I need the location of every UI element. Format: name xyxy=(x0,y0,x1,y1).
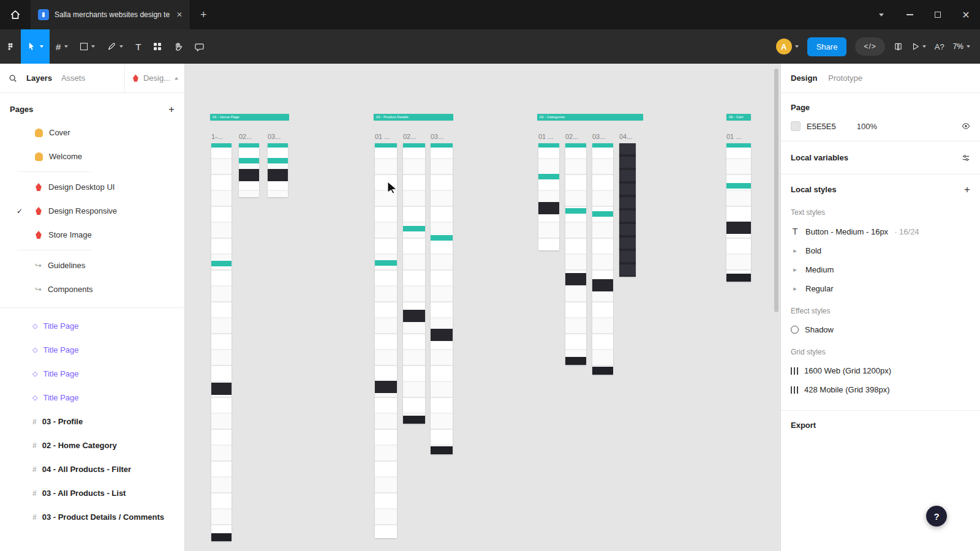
add-page-button[interactable]: + xyxy=(168,104,175,114)
actions-tool[interactable] xyxy=(148,29,167,64)
redirect-arrow-icon: ↪ xyxy=(35,261,42,270)
page-item-store-image[interactable]: Store Image xyxy=(0,223,184,247)
export-section[interactable]: Export xyxy=(781,410,980,440)
home-button[interactable] xyxy=(0,0,31,29)
window-menu-chevron[interactable] xyxy=(867,0,895,29)
frame-label[interactable]: 03... xyxy=(431,132,443,141)
section-title-frame[interactable]: 03 - Product Details xyxy=(374,114,453,121)
frame-label[interactable]: 02... xyxy=(565,132,578,141)
frame-thumbnail[interactable] xyxy=(565,143,586,365)
frame-label[interactable]: 1-... xyxy=(211,132,223,141)
frame-thumbnail[interactable] xyxy=(619,143,636,277)
page-color-opacity[interactable]: 100% xyxy=(857,122,877,131)
frame-label[interactable]: 03... xyxy=(268,132,281,141)
text-style-group-regular[interactable]: ▸ Regular xyxy=(791,284,970,293)
page-label: Design Responsive xyxy=(48,206,117,216)
search-icon[interactable] xyxy=(9,74,17,83)
frame-thumbnail[interactable] xyxy=(726,143,751,282)
layer-item-component[interactable]: ◇ Title Page xyxy=(0,314,184,338)
frame-thumbnail[interactable] xyxy=(538,143,559,250)
layer-label: Title Page xyxy=(43,369,78,378)
frame-thumbnail[interactable] xyxy=(211,143,232,541)
minimize-button[interactable] xyxy=(895,0,924,29)
tab-close-icon[interactable]: ✕ xyxy=(176,10,183,19)
frame-thumbnail[interactable] xyxy=(239,143,259,197)
page-item-components[interactable]: ↪ Components xyxy=(0,277,184,301)
page-color-hex[interactable]: E5E5E5 xyxy=(807,122,836,131)
comment-tool[interactable] xyxy=(189,29,210,64)
shape-tool[interactable] xyxy=(74,29,101,64)
page-item-guidelines[interactable]: ↪ Guidelines xyxy=(0,253,184,277)
frame-tool[interactable]: # xyxy=(50,29,74,64)
hand-emoji-icon xyxy=(35,129,43,137)
layer-item-component[interactable]: ◇ Title Page xyxy=(0,338,184,362)
tab-layers[interactable]: Layers xyxy=(26,73,52,83)
frame-hash-icon: # xyxy=(32,513,37,522)
move-tool[interactable] xyxy=(21,29,50,64)
help-button[interactable]: ? xyxy=(926,506,947,527)
effect-style-item[interactable]: Shadow xyxy=(791,325,970,334)
frame-label[interactable]: 02... xyxy=(403,132,416,141)
frame-label[interactable]: 01 ... xyxy=(726,132,741,141)
share-button[interactable]: Share xyxy=(807,37,847,56)
visibility-toggle[interactable] xyxy=(962,122,970,130)
current-page-tab[interactable]: Desig... xyxy=(124,64,184,92)
layer-item-frame[interactable]: # 03 - Profile xyxy=(0,410,184,433)
layer-item-frame[interactable]: # 03 - Product Details / Comments xyxy=(0,505,184,529)
grid-style-item[interactable]: 1600 Web (Grid 1200px) xyxy=(791,366,970,375)
page-item-cover[interactable]: Cover xyxy=(0,121,184,144)
page-item-design-responsive[interactable]: ✓ Design Responsive xyxy=(0,199,184,223)
dev-mode-toggle[interactable]: </> xyxy=(855,37,884,56)
pen-tool[interactable] xyxy=(101,29,129,64)
frame-thumbnail[interactable] xyxy=(268,143,288,197)
tab-design[interactable]: Design xyxy=(791,73,817,83)
page-label: Welcome xyxy=(49,152,82,161)
frame-thumbnail[interactable] xyxy=(403,143,425,424)
page-item-welcome[interactable]: Welcome xyxy=(0,144,184,168)
section-title-frame[interactable]: 01 - Home Page xyxy=(210,114,289,121)
section-title-frame[interactable]: 06 - Cart xyxy=(726,114,751,121)
canvas-scrollbar[interactable] xyxy=(774,69,778,312)
frame-thumbnail[interactable] xyxy=(431,143,453,454)
local-variables-section[interactable]: Local variables xyxy=(781,141,980,174)
main-menu-button[interactable] xyxy=(0,29,21,64)
right-sidebar-tabs: Design Prototype xyxy=(781,64,980,93)
hand-tool[interactable] xyxy=(167,29,189,64)
text-style-group-bold[interactable]: ▸ Bold xyxy=(791,246,970,255)
tab-assets[interactable]: Assets xyxy=(61,73,85,83)
page-label: Components xyxy=(48,285,93,294)
zoom-menu[interactable]: 7% xyxy=(953,42,970,51)
frame-thumbnail[interactable] xyxy=(375,143,397,538)
library-button[interactable] xyxy=(894,42,903,51)
canvas[interactable]: 01 - Home Page 1-... 02... 03... 03 - Pr… xyxy=(185,64,780,551)
add-style-button[interactable]: + xyxy=(964,184,970,195)
tab-prototype[interactable]: Prototype xyxy=(828,73,862,83)
new-tab-button[interactable]: + xyxy=(190,0,216,29)
grid-style-item[interactable]: 428 Mobile (Grid 398px) xyxy=(791,385,970,394)
page-color-swatch[interactable] xyxy=(791,121,801,131)
frame-label[interactable]: 04... xyxy=(619,132,632,141)
layer-item-component[interactable]: ◇ Title Page xyxy=(0,386,184,410)
frame-label[interactable]: 03... xyxy=(592,132,605,141)
present-button[interactable] xyxy=(911,42,926,51)
document-tab[interactable]: Salla merchants websites design te ✕ xyxy=(31,0,190,29)
close-button[interactable]: ✕ xyxy=(952,0,980,29)
frame-label[interactable]: 01 ... xyxy=(375,132,390,141)
layer-item-frame[interactable]: # 02 - Home Category xyxy=(0,433,184,457)
text-style-item[interactable]: T Button - Medium - 16px · 16/24 xyxy=(791,227,970,236)
frame-label[interactable]: 01 ... xyxy=(538,132,553,141)
avatar[interactable]: A xyxy=(776,39,792,54)
account-menu[interactable]: A xyxy=(776,39,799,54)
page-item-design-desktop-ui[interactable]: Design Desktop UI xyxy=(0,175,184,199)
text-style-group-medium[interactable]: ▸ Medium xyxy=(791,265,970,274)
frame-thumbnail[interactable] xyxy=(592,143,613,375)
layer-item-frame[interactable]: # 04 - All Products - Filter xyxy=(0,457,184,481)
maximize-button[interactable] xyxy=(924,0,952,29)
layer-item-component[interactable]: ◇ Title Page xyxy=(0,362,184,386)
section-title-frame[interactable]: 02 - Categories xyxy=(537,114,643,121)
text-tool[interactable]: T xyxy=(129,29,147,64)
frame-label[interactable]: 02... xyxy=(239,132,252,141)
layer-item-frame[interactable]: # 03 - All Products - List xyxy=(0,481,184,505)
feedback-button[interactable]: A? xyxy=(935,42,944,51)
redirect-arrow-icon: ↪ xyxy=(35,285,42,294)
